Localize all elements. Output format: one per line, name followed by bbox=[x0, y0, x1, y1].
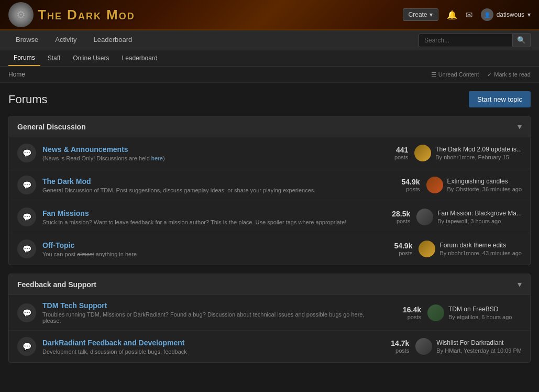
forum-stats-offtopic: 54.9k posts bbox=[376, 242, 412, 256]
last-post-info-news: The Dark Mod 2.09 update is... By nbohr1… bbox=[435, 146, 522, 160]
avatar-tdm bbox=[426, 177, 443, 193]
stat-count-fan: 28.5k bbox=[373, 210, 410, 218]
offtopic-desc-strike: almost bbox=[77, 251, 94, 257]
last-post-meta-tdm: By Obsttorte, 36 minutes ago bbox=[447, 186, 522, 192]
section-toggle-feedback[interactable]: ▾ bbox=[518, 279, 522, 289]
forum-desc-offtopic: You can post almost anything in here bbox=[42, 251, 369, 257]
forum-desc-after: ) bbox=[163, 155, 165, 161]
forum-name-tdm[interactable]: The Dark Mod bbox=[42, 177, 91, 186]
section-header-general: General Discussion ▾ bbox=[9, 116, 530, 137]
forum-icon-darkradiant: 💬 bbox=[17, 337, 36, 356]
avatar-darkradiant bbox=[415, 338, 432, 355]
forum-stats-techsupport: 16.4k posts bbox=[384, 306, 421, 320]
forum-row-offtopic: 💬 Off-Topic You can post almost anything… bbox=[9, 233, 530, 265]
nav-browse[interactable]: Browse bbox=[8, 30, 46, 50]
forum-icon-offtopic: 💬 bbox=[17, 239, 36, 258]
forum-stats-tdm: 54.9k posts bbox=[383, 178, 420, 192]
forum-name-news[interactable]: News & Announcements bbox=[42, 145, 128, 154]
avatar: 👤 bbox=[481, 8, 493, 21]
forum-info-tdm: The Dark Mod General Discussion of TDM. … bbox=[42, 177, 377, 193]
last-post-info-darkradiant: Wishlist For Darkradiant By HMart, Yeste… bbox=[436, 339, 522, 354]
section-feedback: Feedback and Support ▾ 💬 TDM Tech Suppor… bbox=[8, 274, 531, 363]
stat-count-news: 441 bbox=[371, 146, 408, 154]
mark-read-icon: ✓ bbox=[487, 71, 492, 78]
forum-last-tdm: Extinguishing candles By Obsttorte, 36 m… bbox=[426, 177, 522, 193]
user-menu[interactable]: 👤 datiswous ▾ bbox=[481, 8, 531, 21]
forum-name-darkradiant[interactable]: DarkRadiant Feedback and Development bbox=[42, 339, 185, 347]
forum-row-techsupport: 💬 TDM Tech Support Troubles running TDM,… bbox=[9, 295, 530, 331]
stat-count-offtopic: 54.9k bbox=[376, 242, 412, 250]
create-button[interactable]: Create ▾ bbox=[403, 8, 438, 21]
notifications-icon[interactable]: 🔔 bbox=[447, 10, 457, 20]
last-post-title-news[interactable]: The Dark Mod 2.09 update is... bbox=[435, 146, 522, 153]
last-post-title-darkradiant[interactable]: Wishlist For Darkradiant bbox=[436, 339, 522, 346]
unread-label: Unread Content bbox=[438, 71, 479, 78]
last-post-meta-techsupport: By etgatilов, 6 hours ago bbox=[448, 314, 512, 320]
search-area: 🔍 bbox=[419, 33, 531, 47]
forum-stats-darkradiant: 14.7k posts bbox=[372, 339, 409, 354]
section-general: General Discussion ▾ 💬 News & Announceme… bbox=[8, 116, 531, 265]
last-post-info-fan: Fan Mission: Blackgrove Ma... By tapewol… bbox=[437, 210, 522, 224]
forum-info-news: News & Announcements (News is Read Only!… bbox=[42, 145, 365, 161]
stat-count-darkradiant: 14.7k bbox=[372, 339, 409, 347]
nav-leaderboard[interactable]: Leaderboard bbox=[86, 30, 140, 50]
avatar-techsupport bbox=[427, 304, 444, 321]
section-title-feedback: Feedback and Support bbox=[17, 280, 96, 289]
stat-label-fan: posts bbox=[373, 218, 410, 224]
subnav-leaderboard[interactable]: Leaderboard bbox=[117, 51, 163, 66]
search-button[interactable]: 🔍 bbox=[513, 33, 531, 47]
section-title-general: General Discussion bbox=[17, 123, 86, 131]
forum-desc-link[interactable]: here bbox=[151, 155, 163, 161]
forum-last-news: The Dark Mod 2.09 update is... By nbohr1… bbox=[414, 145, 522, 161]
last-post-info-techsupport: TDM on FreeBSD By etgatilов, 6 hours ago bbox=[448, 306, 512, 320]
forum-info-techsupport: TDM Tech Support Troubles running TDM, M… bbox=[42, 301, 378, 324]
logo-gear-icon: ⚙ bbox=[8, 2, 34, 27]
breadcrumb-home[interactable]: Home bbox=[8, 71, 25, 78]
unread-content-button[interactable]: ☰ Unread Content bbox=[431, 71, 479, 78]
forum-icon-news: 💬 bbox=[17, 144, 36, 162]
chevron-down-icon: ▾ bbox=[430, 11, 433, 18]
last-post-info-tdm: Extinguishing candles By Obsttorte, 36 m… bbox=[447, 178, 522, 192]
messages-icon[interactable]: ✉ bbox=[466, 10, 472, 20]
subnav-forums[interactable]: Forums bbox=[8, 50, 40, 66]
stat-count-tdm: 54.9k bbox=[383, 178, 420, 186]
username: datiswous bbox=[497, 11, 524, 18]
section-toggle-general[interactable]: ▾ bbox=[518, 122, 522, 132]
nav-activity[interactable]: Activity bbox=[48, 30, 84, 50]
forum-desc-techsupport: Troubles running TDM, Missions or DarkRa… bbox=[42, 311, 378, 324]
last-post-title-techsupport[interactable]: TDM on FreeBSD bbox=[448, 306, 512, 313]
avatar-news bbox=[414, 145, 431, 161]
subnav-online-users[interactable]: Online Users bbox=[68, 51, 114, 66]
forum-last-offtopic: Forum dark theme edits By nbohr1more, 43… bbox=[419, 241, 522, 257]
forum-name-techsupport[interactable]: TDM Tech Support bbox=[42, 301, 107, 310]
last-post-title-tdm[interactable]: Extinguishing candles bbox=[447, 178, 522, 185]
forum-name-fan[interactable]: Fan Missions bbox=[42, 209, 89, 217]
forum-row-news: 💬 News & Announcements (News is Read Onl… bbox=[9, 137, 530, 169]
create-label: Create bbox=[409, 11, 427, 18]
stat-count-techsupport: 16.4k bbox=[384, 306, 421, 314]
subnav-staff[interactable]: Staff bbox=[42, 51, 65, 66]
forum-last-darkradiant: Wishlist For Darkradiant By HMart, Yeste… bbox=[415, 338, 522, 355]
offtopic-desc-before: You can post bbox=[42, 251, 77, 257]
last-post-title-offtopic[interactable]: Forum dark theme edits bbox=[439, 242, 522, 249]
mark-read-label: Mark site read bbox=[494, 71, 531, 78]
forum-desc-news: (News is Read Only! Discussions are held… bbox=[42, 155, 365, 161]
toolbar: Home ☰ Unread Content ✓ Mark site read bbox=[0, 67, 539, 83]
mark-read-button[interactable]: ✓ Mark site read bbox=[487, 71, 531, 78]
avatar-offtopic bbox=[419, 241, 435, 257]
search-input[interactable] bbox=[419, 34, 513, 47]
main-nav: Browse Activity Leaderboard 🔍 bbox=[0, 30, 539, 50]
stat-label-news: posts bbox=[371, 154, 408, 160]
forum-last-techsupport: TDM on FreeBSD By etgatilов, 6 hours ago bbox=[427, 304, 522, 321]
forum-name-offtopic[interactable]: Off-Topic bbox=[42, 241, 74, 249]
forum-info-darkradiant: DarkRadiant Feedback and Development Dev… bbox=[42, 339, 366, 355]
stat-label-tdm: posts bbox=[383, 186, 420, 192]
last-post-info-offtopic: Forum dark theme edits By nbohr1more, 43… bbox=[439, 242, 522, 256]
stat-label-offtopic: posts bbox=[376, 250, 412, 256]
start-topic-button[interactable]: Start new topic bbox=[469, 91, 531, 107]
last-post-meta-darkradiant: By HMart, Yesterday at 10:09 PM bbox=[436, 347, 522, 354]
last-post-title-fan[interactable]: Fan Mission: Blackgrove Ma... bbox=[437, 210, 522, 217]
last-post-meta-fan: By tapewolf, 3 hours ago bbox=[437, 218, 522, 224]
forum-icon-techsupport: 💬 bbox=[17, 303, 36, 322]
forum-icon-tdm: 💬 bbox=[17, 176, 36, 194]
